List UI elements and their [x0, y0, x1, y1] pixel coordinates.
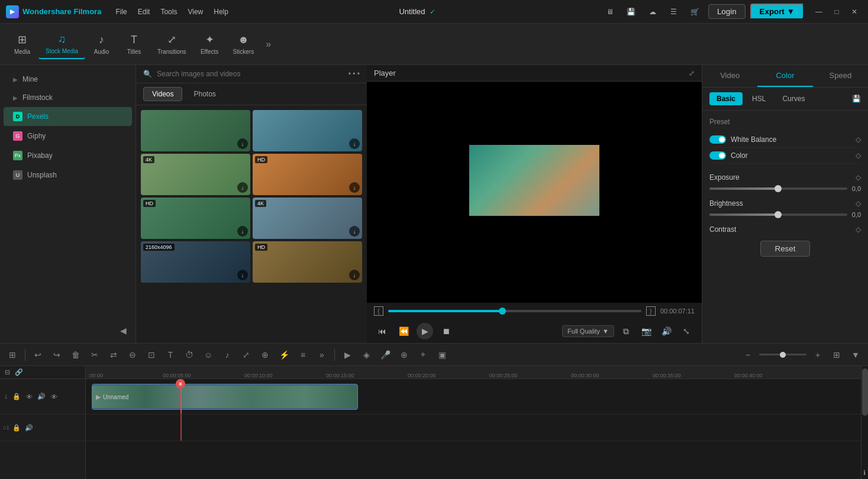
track-eye-icon[interactable]: 👁 [49, 391, 59, 402]
emoji-btn[interactable]: ☺ [201, 347, 216, 363]
cloud-icon[interactable]: ☁ [644, 4, 661, 20]
snap-icon[interactable]: ⊟ [5, 368, 10, 376]
audio-btn[interactable]: ♪ [220, 347, 235, 363]
step-back-button[interactable]: ⏪ [395, 323, 412, 339]
brightness-slider[interactable] [709, 213, 847, 216]
close-gap-btn[interactable]: ⊖ [125, 347, 140, 363]
track-visible-icon[interactable]: 👁 [24, 391, 34, 402]
zoom-out-btn[interactable]: − [740, 347, 756, 363]
save-icon-btn[interactable]: 💾 [623, 4, 640, 20]
subtab-curves[interactable]: Curves [775, 92, 812, 105]
playhead-marker[interactable]: × [176, 379, 185, 389]
list-item[interactable]: HD ↓ [253, 241, 362, 283]
render-btn[interactable]: ▣ [434, 347, 450, 363]
cart-icon[interactable]: 🛒 [687, 4, 704, 20]
tab-color[interactable]: Color [757, 65, 812, 87]
track-volume-icon[interactable]: 🔊 [36, 391, 47, 402]
expand-tl-btn[interactable]: ▼ [848, 347, 863, 363]
snapshot-button[interactable]: 📷 [638, 323, 654, 339]
login-button[interactable]: Login [708, 4, 746, 19]
exposure-slider[interactable] [709, 187, 847, 190]
menu-view[interactable]: View [183, 5, 208, 18]
tool-audio[interactable]: ♪ Audio [85, 30, 118, 59]
export-button[interactable]: Export ▼ [750, 4, 804, 20]
track-btn[interactable]: ⊕ [396, 347, 412, 363]
undo-btn[interactable]: ↩ [30, 347, 46, 363]
download-icon[interactable]: ↓ [349, 226, 360, 237]
player-expand-icon[interactable]: ⤢ [689, 69, 695, 77]
sidebar-item-pexels[interactable]: D Pexels [4, 107, 132, 126]
list-item[interactable]: ↓ [141, 110, 250, 151]
close-button[interactable]: ✕ [847, 4, 862, 20]
link-icon[interactable]: 🔗 [15, 368, 23, 376]
rewind-button[interactable]: ⏮ [374, 323, 391, 339]
progress-bar[interactable] [388, 310, 641, 312]
menu-file[interactable]: File [111, 5, 131, 18]
download-icon[interactable]: ↓ [237, 138, 248, 149]
redo-btn[interactable]: ↪ [49, 347, 64, 363]
sidebar-item-giphy[interactable]: G Giphy [4, 127, 132, 145]
color-toggle[interactable] [709, 151, 726, 160]
stop-button[interactable]: ⏹ [438, 323, 454, 339]
subtab-hsl[interactable]: HSL [745, 92, 773, 105]
timeline-grid-btn[interactable]: ⊞ [5, 347, 20, 363]
layout-btn[interactable]: ⊞ [829, 347, 844, 363]
out-point-marker[interactable]: } [646, 306, 656, 316]
fullscreen-button[interactable]: ⤡ [678, 323, 695, 339]
play-tl-btn[interactable]: ▶ [340, 347, 355, 363]
list-item[interactable]: 4K ↓ [253, 198, 362, 239]
zoom-track[interactable] [759, 354, 806, 355]
menu-tools[interactable]: Tools [156, 5, 182, 18]
crop-btn[interactable]: ⊡ [144, 347, 159, 363]
more-tl-btn[interactable]: » [314, 347, 330, 363]
detect-btn[interactable]: ⌖ [415, 347, 431, 363]
tool-media[interactable]: ⊞ Media [6, 30, 38, 59]
more-options-btn[interactable]: • • • [349, 70, 360, 78]
timer-btn[interactable]: ⏱ [182, 347, 197, 363]
pip-button[interactable]: ⧉ [618, 323, 634, 339]
menu-help[interactable]: Help [209, 5, 233, 18]
video-clip[interactable]: ▶ Unnamed [92, 384, 358, 410]
tab-speed[interactable]: Speed [813, 65, 868, 87]
fullscreen-tl-btn[interactable]: ⊕ [257, 347, 273, 363]
zoom-in-btn[interactable]: + [810, 347, 825, 363]
white-balance-toggle[interactable] [709, 135, 726, 144]
download-icon[interactable]: ↓ [237, 226, 248, 237]
maximize-button[interactable]: □ [829, 4, 844, 20]
playhead[interactable]: × Click to split (Ctrl+B) Drag to move p… [180, 379, 182, 414]
subtab-basic[interactable]: Basic [709, 92, 743, 105]
sidebar-item-unsplash[interactable]: U Unsplash [4, 166, 132, 185]
track-lock-icon[interactable]: 🔒 [11, 391, 22, 402]
list-item[interactable]: ↓ [253, 110, 362, 151]
download-icon[interactable]: ↓ [237, 182, 248, 193]
white-balance-keyframe-icon[interactable]: ◇ [856, 135, 861, 144]
motion-btn[interactable]: ⤢ [238, 347, 254, 363]
sidebar-item-pixabay[interactable]: Px Pixabay [4, 146, 132, 165]
search-input[interactable] [157, 70, 344, 78]
list-item[interactable]: 4K ↓ [141, 154, 250, 195]
audio-lock-icon[interactable]: 🔒 [11, 422, 22, 433]
timeline-scrollbar[interactable] [861, 366, 868, 479]
contrast-keyframe-icon[interactable]: ◇ [856, 225, 861, 234]
cut-btn[interactable]: ✂ [87, 347, 102, 363]
quality-selector[interactable]: Full Quality ▼ [562, 325, 614, 337]
tab-photos[interactable]: Photos [185, 87, 224, 101]
mic-btn[interactable]: 🎤 [377, 347, 393, 363]
tool-transitions[interactable]: ⤢ Transitions [150, 30, 193, 59]
text-btn[interactable]: T [163, 347, 178, 363]
tab-video[interactable]: Video [702, 65, 757, 87]
play-button[interactable]: ▶ [417, 323, 433, 339]
list-item[interactable]: HD ↓ [253, 154, 362, 195]
tool-effects[interactable]: ✦ Effects [193, 30, 226, 59]
left-panel-collapse-btn[interactable]: ◀ [115, 323, 131, 338]
reset-button[interactable]: Reset [760, 241, 811, 257]
exposure-keyframe-icon[interactable]: ◇ [856, 173, 861, 182]
monitor-icon[interactable]: 🖥 [602, 4, 618, 20]
sidebar-item-mine[interactable]: ▶ Mine [4, 70, 132, 88]
save-preset-icon[interactable]: 💾 [852, 95, 861, 103]
speed-btn[interactable]: ⚡ [276, 347, 292, 363]
menu-icon[interactable]: ☰ [666, 4, 682, 20]
download-icon[interactable]: ↓ [237, 270, 248, 280]
delete-btn[interactable]: 🗑 [68, 347, 83, 363]
color-keyframe-icon[interactable]: ◇ [856, 151, 861, 160]
